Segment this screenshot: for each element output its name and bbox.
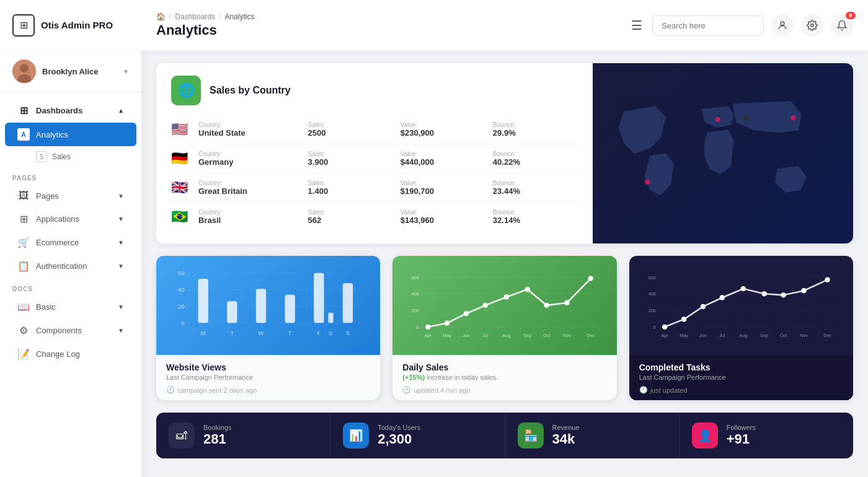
user-profile[interactable]: Brooklyn Alice ▼ xyxy=(0,51,141,92)
analytics-label: Analytics xyxy=(36,130,68,139)
svg-text:W: W xyxy=(259,330,264,336)
daily-sales-highlight: (+15%) xyxy=(402,374,425,381)
stat-bookings: 🛋 Bookings 281 xyxy=(156,413,330,458)
svg-text:T: T xyxy=(288,330,292,336)
completed-tasks-footer: Completed Tasks Last Campaign Performanc… xyxy=(629,355,853,400)
website-views-title: Website Views xyxy=(166,362,370,372)
changelog-icon: 📝 xyxy=(17,348,30,360)
svg-text:200: 200 xyxy=(648,308,655,313)
bounce-value: 29.9% xyxy=(493,128,578,138)
bounce-label: Bounce: xyxy=(493,209,578,216)
svg-point-66 xyxy=(681,317,686,322)
charts-row: 60 40 20 0 M T xyxy=(156,256,853,400)
settings-icon-button[interactable] xyxy=(801,14,823,37)
notifications-icon-button[interactable]: 9 xyxy=(831,14,853,37)
bookings-value: 281 xyxy=(203,431,317,447)
sidebar-item-authentication[interactable]: 📋 Authentication ▼ xyxy=(5,255,136,278)
ecommerce-label: Ecommerce xyxy=(36,238,79,247)
sidebar-item-components[interactable]: ⚙ Components ▼ xyxy=(5,319,136,342)
svg-point-4 xyxy=(811,24,814,27)
dashboards-label: Dashboards xyxy=(36,106,82,115)
country-name: Great Britain xyxy=(198,186,301,196)
bounce-label: Bounce: xyxy=(493,180,578,186)
svg-point-6 xyxy=(715,117,720,122)
sidebar-item-sales[interactable]: S Sales xyxy=(5,147,136,167)
table-row: 🇩🇪 Country: Germany Sales: 3.900 Value: … xyxy=(171,144,578,173)
basic-label: Basic xyxy=(36,302,56,312)
header: 🏠 / Dashboards / Analytics Analytics ☰ 9 xyxy=(141,0,868,51)
svg-text:Oct: Oct xyxy=(543,333,550,338)
page-title: Analytics xyxy=(156,22,621,38)
breadcrumb-dashboards[interactable]: Dashboards xyxy=(175,12,215,21)
basic-chevron-icon: ▼ xyxy=(118,304,124,310)
revenue-label: Revenue xyxy=(552,424,666,431)
logo-area: ⊞ Otis Admin PRO xyxy=(0,0,141,51)
svg-point-7 xyxy=(744,115,749,120)
ecommerce-chevron-icon: ▼ xyxy=(118,239,124,246)
svg-point-69 xyxy=(740,286,745,291)
authentication-icon: 📋 xyxy=(17,260,30,272)
svg-text:Jul: Jul xyxy=(483,333,489,338)
sidebar-item-dashboards[interactable]: ⊞ Dashboards ▲ xyxy=(5,99,136,122)
svg-text:0: 0 xyxy=(181,320,184,326)
ecommerce-icon: 🛒 xyxy=(17,237,30,248)
revenue-value: 34k xyxy=(552,431,666,447)
svg-point-44 xyxy=(525,287,530,292)
svg-text:400: 400 xyxy=(648,291,655,297)
daily-sales-card: 600 400 200 0 xyxy=(392,256,616,400)
stat-revenue: 🏪 Revenue 34k xyxy=(505,413,680,458)
svg-text:Aug: Aug xyxy=(503,333,511,338)
svg-point-3 xyxy=(781,22,784,25)
svg-text:S: S xyxy=(329,330,332,336)
sidebar-item-pages[interactable]: 🖼 Pages ▼ xyxy=(5,185,136,207)
daily-sales-subtitle: (+15%) increase in today sales. xyxy=(402,374,606,381)
svg-rect-23 xyxy=(343,283,353,323)
sidebar-item-analytics[interactable]: A Analytics xyxy=(5,123,136,146)
svg-text:40: 40 xyxy=(178,287,184,293)
svg-point-70 xyxy=(761,291,766,296)
table-row: 🇬🇧 Country: Great Britain Sales: 1.400 V… xyxy=(171,173,578,203)
sidebar-item-basic[interactable]: 📖 Basic ▼ xyxy=(5,295,136,318)
line-chart-svg-green: 600 400 200 0 xyxy=(402,266,606,352)
svg-text:Apr: Apr xyxy=(661,333,668,338)
svg-point-72 xyxy=(801,288,806,293)
bounce-value: 40.22% xyxy=(493,157,578,167)
map-svg xyxy=(593,63,853,243)
sidebar-item-ecommerce[interactable]: 🛒 Ecommerce ▼ xyxy=(5,231,136,254)
country-table: 🇺🇸 Country: United State Sales: 2500 Val… xyxy=(171,115,578,231)
sales-by-country-card: 🌐 Sales by Country 🇺🇸 Country: United St… xyxy=(156,63,853,243)
country-name: Germany xyxy=(198,157,301,167)
docs-section-label: DOCS xyxy=(0,278,141,295)
flag-de: 🇩🇪 xyxy=(171,151,191,167)
svg-point-71 xyxy=(781,292,786,297)
components-chevron-icon: ▼ xyxy=(118,327,124,334)
svg-point-39 xyxy=(425,325,430,330)
svg-point-41 xyxy=(464,311,469,316)
clock-icon: 🕐 xyxy=(402,386,411,394)
menu-icon[interactable]: ☰ xyxy=(631,18,642,33)
sidebar-item-applications[interactable]: ⊞ Applications ▼ xyxy=(5,208,136,230)
header-right: 9 xyxy=(652,14,853,37)
sidebar-item-changelog[interactable]: 📝 Change Log xyxy=(5,343,136,365)
users-value: 2,300 xyxy=(378,431,492,447)
basic-icon: 📖 xyxy=(17,301,30,313)
revenue-icon: 🏪 xyxy=(518,422,544,449)
svg-point-73 xyxy=(825,278,830,282)
sales-table: 🌐 Sales by Country 🇺🇸 Country: United St… xyxy=(156,63,593,243)
bounce-value: 32.14% xyxy=(493,216,578,225)
svg-text:Dec: Dec xyxy=(587,333,595,338)
logo-icon: ⊞ xyxy=(12,14,35,37)
flag-gb: 🇬🇧 xyxy=(171,180,191,196)
user-icon-button[interactable] xyxy=(771,14,794,37)
app-name: Otis Admin PRO xyxy=(41,20,113,30)
search-input[interactable] xyxy=(652,15,764,36)
line-chart-svg-dark: 600 400 200 0 xyxy=(639,266,843,352)
followers-value: +91 xyxy=(727,431,841,447)
svg-text:Apr: Apr xyxy=(425,333,432,338)
website-views-card: 60 40 20 0 M T xyxy=(156,256,380,400)
svg-point-42 xyxy=(483,303,488,308)
svg-text:Oct: Oct xyxy=(780,333,787,338)
svg-text:600: 600 xyxy=(648,275,655,281)
website-views-footer: Website Views Last Campaign Performance … xyxy=(156,355,380,400)
svg-point-67 xyxy=(700,304,705,309)
